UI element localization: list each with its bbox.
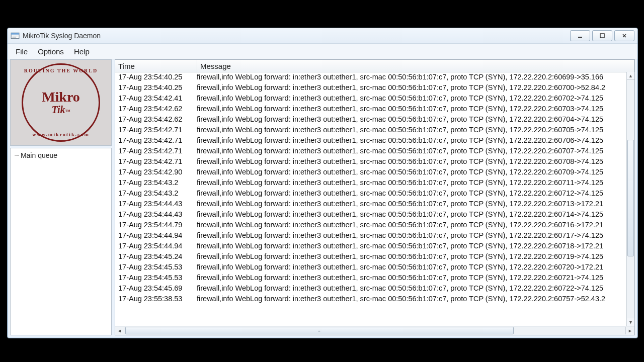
tree-view[interactable]: Main queue [10,148,112,335]
log-time: 17-Aug 23:54:45.53 [115,273,194,283]
vertical-scroll-thumb[interactable] [627,140,634,256]
log-row[interactable]: 17-Aug 23:55:38.53firewall,info WebLog f… [115,294,627,304]
log-row[interactable]: 17-Aug 23:54:42.41firewall,info WebLog f… [115,93,627,104]
menu-help[interactable]: Help [69,45,95,58]
scroll-up-button[interactable]: ▲ [627,72,634,80]
log-time: 17-Aug 23:54:42.71 [115,135,194,146]
log-time: 17-Aug 23:54:44.79 [115,220,194,230]
column-header-time[interactable]: Time [115,60,197,72]
log-row[interactable]: 17-Aug 23:54:44.43firewall,info WebLog f… [115,209,627,220]
logo-box: ROUTING THE WORLD Mikro Tik™ www.mikroti… [10,59,112,146]
scroll-down-button[interactable]: ▼ [627,318,634,326]
log-message: firewall,info WebLog forward: in:ether3 … [194,273,627,283]
log-row[interactable]: 17-Aug 23:54:43.2firewall,info WebLog fo… [115,188,627,199]
log-message: firewall,info WebLog forward: in:ether3 … [194,72,627,82]
log-row[interactable]: 17-Aug 23:54:44.43firewall,info WebLog f… [115,199,627,209]
mikrotik-logo-icon: ROUTING THE WORLD Mikro Tik™ www.mikroti… [22,63,100,142]
log-message: firewall,info WebLog forward: in:ether3 … [194,125,627,135]
logo-tm: ™ [65,109,70,114]
log-message: firewall,info WebLog forward: in:ether3 … [194,199,627,209]
log-time: 17-Aug 23:54:42.71 [115,156,194,167]
column-headers: Time Message [115,60,634,72]
log-time: 17-Aug 23:54:44.43 [115,209,194,220]
svg-rect-4 [578,37,582,38]
log-message: firewall,info WebLog forward: in:ether3 … [194,82,627,93]
logo-bot-arc: www.mikrotik.com [23,132,99,137]
log-message: firewall,info WebLog forward: in:ether3 … [194,177,627,188]
svg-rect-5 [600,34,604,38]
log-message: firewall,info WebLog forward: in:ether3 … [194,114,627,125]
log-time: 17-Aug 23:54:44.94 [115,241,194,251]
column-header-message[interactable]: Message [197,60,634,72]
log-row[interactable]: 17-Aug 23:54:43.2firewall,info WebLog fo… [115,177,627,188]
log-time: 17-Aug 23:54:42.62 [115,104,194,114]
log-row[interactable]: 17-Aug 23:54:40.25firewall,info WebLog f… [115,82,627,93]
log-row[interactable]: 17-Aug 23:54:45.24firewall,info WebLog f… [115,251,627,262]
titlebar[interactable]: MikroTik Syslog Daemon [8,28,637,44]
log-message: firewall,info WebLog forward: in:ether3 … [194,146,627,156]
scroll-right-button[interactable]: ► [625,327,634,334]
svg-rect-2 [12,36,18,36]
log-row[interactable]: 17-Aug 23:54:42.71firewall,info WebLog f… [115,125,627,135]
log-message: firewall,info WebLog forward: in:ether3 … [194,188,627,199]
log-message: firewall,info WebLog forward: in:ether3 … [194,251,627,262]
log-time: 17-Aug 23:54:45.53 [115,262,194,273]
log-list[interactable]: Time Message 17-Aug 23:54:40.25firewall,… [115,59,635,326]
log-rows[interactable]: 17-Aug 23:54:40.25firewall,info WebLog f… [115,72,627,326]
log-message: firewall,info WebLog forward: in:ether3 … [194,262,627,273]
log-message: firewall,info WebLog forward: in:ether3 … [194,104,627,114]
log-row[interactable]: 17-Aug 23:54:40.25firewall,info WebLog f… [115,72,627,82]
log-time: 17-Aug 23:54:45.24 [115,251,194,262]
horizontal-scroll-thumb[interactable]: ≡ [125,327,514,334]
log-row[interactable]: 17-Aug 23:54:44.94firewall,info WebLog f… [115,241,627,251]
tree-item-main-queue[interactable]: Main queue [15,151,107,159]
log-row[interactable]: 17-Aug 23:54:44.79firewall,info WebLog f… [115,220,627,230]
log-message: firewall,info WebLog forward: in:ether3 … [194,209,627,220]
log-row[interactable]: 17-Aug 23:54:42.62firewall,info WebLog f… [115,104,627,114]
log-row[interactable]: 17-Aug 23:54:45.69firewall,info WebLog f… [115,283,627,294]
close-button[interactable] [614,30,634,41]
horizontal-scrollbar[interactable]: ◄ ≡ ► [115,326,635,335]
log-time: 17-Aug 23:54:43.2 [115,188,194,199]
minimize-button[interactable] [570,30,590,41]
log-time: 17-Aug 23:54:45.69 [115,283,194,294]
log-message: firewall,info WebLog forward: in:ether3 … [194,283,627,294]
log-time: 17-Aug 23:54:43.2 [115,177,194,188]
log-message: firewall,info WebLog forward: in:ether3 … [194,93,627,104]
log-time: 17-Aug 23:55:38.53 [115,294,194,304]
menu-file[interactable]: File [11,45,33,58]
log-row[interactable]: 17-Aug 23:54:45.53firewall,info WebLog f… [115,262,627,273]
log-message: firewall,info WebLog forward: in:ether3 … [194,220,627,230]
log-row[interactable]: 17-Aug 23:54:42.71firewall,info WebLog f… [115,146,627,156]
menubar: File Options Help [8,44,637,59]
left-panel: ROUTING THE WORLD Mikro Tik™ www.mikroti… [10,59,112,335]
log-time: 17-Aug 23:54:42.90 [115,167,194,177]
log-row[interactable]: 17-Aug 23:54:42.71firewall,info WebLog f… [115,135,627,146]
menu-options[interactable]: Options [33,45,69,58]
window-title: MikroTik Syslog Daemon [23,32,570,40]
svg-rect-1 [11,33,19,34]
log-message: firewall,info WebLog forward: in:ether3 … [194,135,627,146]
log-row[interactable]: 17-Aug 23:54:42.71firewall,info WebLog f… [115,156,627,167]
right-panel: Time Message 17-Aug 23:54:40.25firewall,… [115,59,635,335]
log-time: 17-Aug 23:54:40.25 [115,82,194,93]
logo-line2: Tik [51,104,65,115]
log-row[interactable]: 17-Aug 23:54:45.53firewall,info WebLog f… [115,273,627,283]
log-time: 17-Aug 23:54:42.71 [115,125,194,135]
logo-top-arc: ROUTING THE WORLD [23,68,99,73]
maximize-button[interactable] [592,30,612,41]
log-row[interactable]: 17-Aug 23:54:42.90firewall,info WebLog f… [115,167,627,177]
log-message: firewall,info WebLog forward: in:ether3 … [194,294,627,304]
log-row[interactable]: 17-Aug 23:54:44.94firewall,info WebLog f… [115,230,627,241]
log-message: firewall,info WebLog forward: in:ether3 … [194,156,627,167]
log-row[interactable]: 17-Aug 23:54:42.62firewall,info WebLog f… [115,114,627,125]
scroll-left-button[interactable]: ◄ [115,327,124,334]
horizontal-scroll-track[interactable]: ≡ [124,326,625,335]
client-area: ROUTING THE WORLD Mikro Tik™ www.mikroti… [10,59,635,335]
vertical-scrollbar[interactable]: ▲ ▼ [626,72,634,326]
logo-line1: Mikro [42,90,80,104]
log-time: 17-Aug 23:54:42.41 [115,93,194,104]
log-time: 17-Aug 23:54:44.94 [115,230,194,241]
log-message: firewall,info WebLog forward: in:ether3 … [194,241,627,251]
log-time: 17-Aug 23:54:42.71 [115,146,194,156]
